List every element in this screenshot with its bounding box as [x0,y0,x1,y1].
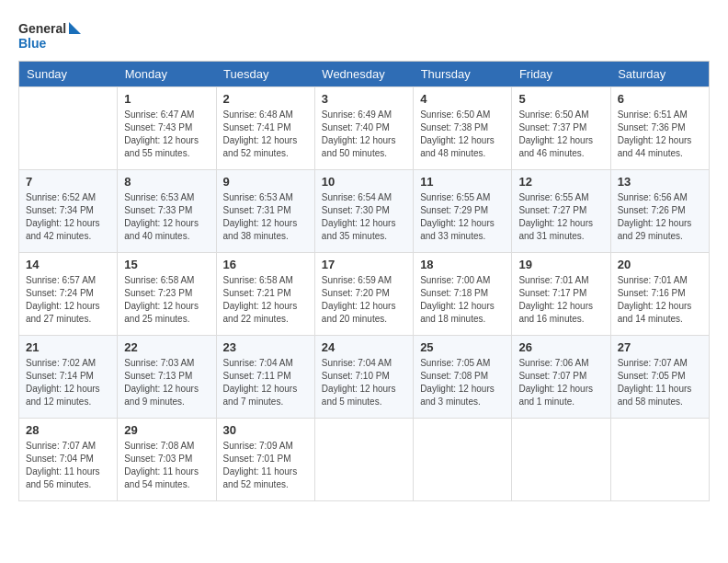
day-info: Sunrise: 6:47 AM Sunset: 7:43 PM Dayligh… [124,109,209,160]
calendar-cell: 20Sunrise: 7:01 AM Sunset: 7:16 PM Dayli… [610,253,709,336]
calendar-week-5: 28Sunrise: 7:07 AM Sunset: 7:04 PM Dayli… [19,419,710,501]
day-info: Sunrise: 7:04 AM Sunset: 7:11 PM Dayligh… [223,357,308,408]
day-number: 27 [618,340,702,354]
day-info: Sunrise: 6:59 AM Sunset: 7:20 PM Dayligh… [322,274,406,326]
day-number: 12 [518,175,603,189]
calendar-cell: 16Sunrise: 6:58 AM Sunset: 7:21 PM Dayli… [216,253,314,336]
day-info: Sunrise: 6:57 AM Sunset: 7:24 PM Dayligh… [26,274,110,326]
calendar-cell: 12Sunrise: 6:55 AM Sunset: 7:27 PM Dayli… [512,170,610,253]
day-info: Sunrise: 7:03 AM Sunset: 7:13 PM Dayligh… [124,357,209,408]
day-number: 18 [420,258,505,271]
calendar-cell: 19Sunrise: 7:01 AM Sunset: 7:17 PM Dayli… [512,253,610,336]
calendar-cell: 10Sunrise: 6:54 AM Sunset: 7:30 PM Dayli… [314,170,413,253]
day-info: Sunrise: 6:54 AM Sunset: 7:30 PM Dayligh… [322,191,406,243]
logo: GeneralBlue [18,18,83,52]
day-number: 15 [124,258,209,271]
day-info: Sunrise: 7:00 AM Sunset: 7:18 PM Dayligh… [420,274,505,326]
day-number: 4 [420,92,505,106]
weekday-header-row: SundayMondayTuesdayWednesdayThursdayFrid… [19,62,710,87]
day-number: 16 [223,258,308,271]
day-info: Sunrise: 6:52 AM Sunset: 7:34 PM Dayligh… [26,191,110,243]
day-number: 9 [223,175,308,189]
day-info: Sunrise: 6:53 AM Sunset: 7:31 PM Dayligh… [223,191,308,243]
weekday-header-monday: Monday [118,62,216,87]
day-number: 19 [518,258,603,271]
day-info: Sunrise: 6:48 AM Sunset: 7:41 PM Dayligh… [223,109,308,160]
day-number: 20 [618,258,702,271]
calendar-cell: 11Sunrise: 6:55 AM Sunset: 7:29 PM Dayli… [414,170,512,253]
day-info: Sunrise: 6:49 AM Sunset: 7:40 PM Dayligh… [322,109,406,160]
calendar-cell: 29Sunrise: 7:08 AM Sunset: 7:03 PM Dayli… [118,419,216,501]
weekday-header-tuesday: Tuesday [216,62,314,87]
calendar-cell: 17Sunrise: 6:59 AM Sunset: 7:20 PM Dayli… [314,253,413,336]
day-number: 29 [124,423,209,437]
calendar-cell: 14Sunrise: 6:57 AM Sunset: 7:24 PM Dayli… [19,253,118,336]
weekday-header-friday: Friday [512,62,610,87]
day-info: Sunrise: 6:56 AM Sunset: 7:26 PM Dayligh… [618,191,702,243]
day-info: Sunrise: 7:08 AM Sunset: 7:03 PM Dayligh… [124,440,209,491]
calendar-cell [512,419,610,501]
calendar-cell [414,419,512,501]
day-number: 5 [518,92,603,106]
calendar-cell: 13Sunrise: 6:56 AM Sunset: 7:26 PM Dayli… [610,170,709,253]
calendar-cell: 18Sunrise: 7:00 AM Sunset: 7:18 PM Dayli… [414,253,512,336]
calendar-cell: 27Sunrise: 7:07 AM Sunset: 7:05 PM Dayli… [610,336,709,419]
day-number: 14 [26,258,110,271]
day-number: 28 [26,423,110,437]
day-info: Sunrise: 7:07 AM Sunset: 7:05 PM Dayligh… [618,357,702,408]
calendar-cell [314,419,413,501]
day-info: Sunrise: 7:06 AM Sunset: 7:07 PM Dayligh… [518,357,603,408]
calendar-cell: 21Sunrise: 7:02 AM Sunset: 7:14 PM Dayli… [19,336,118,419]
calendar-table: SundayMondayTuesdayWednesdayThursdayFrid… [18,61,710,501]
day-number: 2 [223,92,308,106]
weekday-header-thursday: Thursday [414,62,512,87]
calendar-cell: 5Sunrise: 6:50 AM Sunset: 7:37 PM Daylig… [512,87,610,170]
day-info: Sunrise: 7:04 AM Sunset: 7:10 PM Dayligh… [322,357,406,408]
calendar-cell: 8Sunrise: 6:53 AM Sunset: 7:33 PM Daylig… [118,170,216,253]
day-info: Sunrise: 7:05 AM Sunset: 7:08 PM Dayligh… [420,357,505,408]
day-number: 22 [124,340,209,354]
day-number: 25 [420,340,505,354]
day-info: Sunrise: 6:53 AM Sunset: 7:33 PM Dayligh… [124,191,209,243]
logo-svg: GeneralBlue [18,18,83,52]
calendar-cell: 4Sunrise: 6:50 AM Sunset: 7:38 PM Daylig… [414,87,512,170]
day-number: 11 [420,175,505,189]
day-number: 1 [124,92,209,106]
calendar-cell: 15Sunrise: 6:58 AM Sunset: 7:23 PM Dayli… [118,253,216,336]
weekday-header-wednesday: Wednesday [314,62,413,87]
calendar-cell: 9Sunrise: 6:53 AM Sunset: 7:31 PM Daylig… [216,170,314,253]
calendar-cell: 1Sunrise: 6:47 AM Sunset: 7:43 PM Daylig… [118,87,216,170]
day-number: 6 [618,92,702,106]
calendar-cell: 25Sunrise: 7:05 AM Sunset: 7:08 PM Dayli… [414,336,512,419]
day-number: 7 [26,175,110,189]
weekday-header-sunday: Sunday [19,62,118,87]
calendar-cell: 24Sunrise: 7:04 AM Sunset: 7:10 PM Dayli… [314,336,413,419]
calendar-week-2: 7Sunrise: 6:52 AM Sunset: 7:34 PM Daylig… [19,170,710,253]
calendar-cell: 22Sunrise: 7:03 AM Sunset: 7:13 PM Dayli… [118,336,216,419]
day-number: 24 [322,340,406,354]
day-info: Sunrise: 7:09 AM Sunset: 7:01 PM Dayligh… [223,440,308,491]
day-info: Sunrise: 6:51 AM Sunset: 7:36 PM Dayligh… [618,109,702,160]
day-number: 8 [124,175,209,189]
day-number: 26 [518,340,603,354]
day-number: 17 [322,258,406,271]
day-info: Sunrise: 6:55 AM Sunset: 7:29 PM Dayligh… [420,191,505,243]
calendar-cell [19,87,118,170]
day-number: 3 [322,92,406,106]
calendar-week-3: 14Sunrise: 6:57 AM Sunset: 7:24 PM Dayli… [19,253,710,336]
calendar-cell: 30Sunrise: 7:09 AM Sunset: 7:01 PM Dayli… [216,419,314,501]
weekday-header-saturday: Saturday [610,62,709,87]
day-number: 21 [26,340,110,354]
calendar-cell: 2Sunrise: 6:48 AM Sunset: 7:41 PM Daylig… [216,87,314,170]
calendar-cell: 23Sunrise: 7:04 AM Sunset: 7:11 PM Dayli… [216,336,314,419]
day-info: Sunrise: 6:55 AM Sunset: 7:27 PM Dayligh… [518,191,603,243]
day-info: Sunrise: 6:50 AM Sunset: 7:38 PM Dayligh… [420,109,505,160]
day-number: 13 [618,175,702,189]
day-number: 23 [223,340,308,354]
calendar-cell: 28Sunrise: 7:07 AM Sunset: 7:04 PM Dayli… [19,419,118,501]
svg-text:General: General [18,21,66,36]
calendar-cell [610,419,709,501]
day-info: Sunrise: 7:07 AM Sunset: 7:04 PM Dayligh… [26,440,110,491]
calendar-cell: 7Sunrise: 6:52 AM Sunset: 7:34 PM Daylig… [19,170,118,253]
day-info: Sunrise: 6:50 AM Sunset: 7:37 PM Dayligh… [518,109,603,160]
